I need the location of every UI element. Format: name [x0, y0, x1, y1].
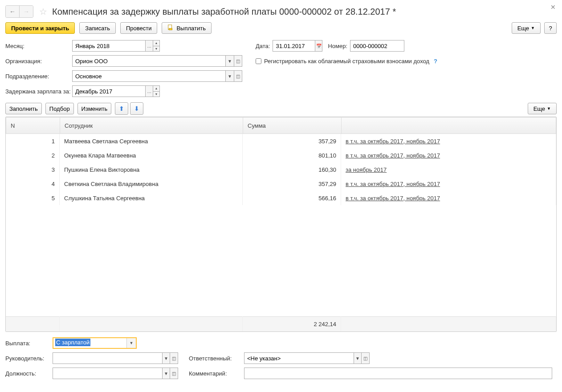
table-row[interactable]: 1Матвеева Светлана Сергеевна357,29в т.ч.… — [6, 134, 556, 148]
payout-label: Выплата: — [5, 340, 46, 347]
close-icon[interactable]: ✕ — [550, 4, 556, 11]
month-up-button[interactable]: ▲ — [153, 40, 159, 46]
favorite-star-icon[interactable]: ☆ — [38, 6, 49, 17]
move-up-button[interactable]: ⬆ — [115, 102, 128, 115]
period-link[interactable]: в т.ч. за октябрь 2017, ноябрь 2017 — [346, 138, 440, 145]
payout-button[interactable]: Выплатить — [162, 22, 212, 34]
cell-note: в т.ч. за октябрь 2017, ноябрь 2017 — [341, 134, 556, 148]
cell-employee: Окунева Клара Матвеевна — [60, 148, 243, 162]
delayed-up-button[interactable]: ▲ — [153, 86, 159, 91]
cell-n: 2 — [6, 148, 60, 162]
payout-select[interactable]: С зарплатой ▼ — [53, 337, 137, 349]
responsible-input-wrap: ▼ ◫ — [244, 352, 370, 364]
org-open-button[interactable]: ◫ — [234, 56, 242, 66]
col-header-n[interactable]: N — [6, 117, 60, 134]
cell-employee: Слушкина Татьяна Сергеевна — [60, 191, 243, 205]
fill-button[interactable]: Заполнить — [5, 103, 42, 114]
period-link[interactable]: в т.ч. за октябрь 2017, ноябрь 2017 — [346, 181, 440, 187]
comment-label: Комментарий: — [189, 370, 238, 377]
position-input-wrap: ▼ ◫ — [53, 368, 178, 379]
page-title: Компенсация за задержку выплаты заработн… — [52, 7, 396, 17]
col-header-employee[interactable]: Сотрудник — [60, 117, 243, 134]
responsible-open-button[interactable]: ◫ — [361, 353, 369, 364]
chevron-down-icon: ▼ — [531, 26, 535, 30]
payout-dropdown-button[interactable]: ▼ — [126, 338, 136, 348]
employees-table: N Сотрудник Сумма 1Матвеева Светлана Сер… — [5, 117, 557, 332]
help-icon[interactable]: ? — [434, 58, 437, 65]
post-and-close-button[interactable]: Провести и закрыть — [5, 22, 75, 34]
responsible-dropdown-button[interactable]: ▼ — [354, 353, 362, 364]
cell-employee: Матвеева Светлана Сергеевна — [60, 134, 243, 148]
dept-open-button[interactable]: ◫ — [234, 71, 242, 81]
col-header-sum[interactable]: Сумма — [243, 117, 342, 134]
comment-input[interactable] — [244, 368, 552, 379]
cell-note: за ноябрь 2017 — [341, 162, 556, 177]
cell-sum: 801,10 — [243, 148, 341, 162]
date-input-wrap: 📅 — [273, 40, 322, 52]
comment-input-wrap — [244, 368, 552, 379]
help-button[interactable]: ? — [544, 22, 557, 34]
period-link[interactable]: за ноябрь 2017 — [346, 166, 387, 173]
pick-button[interactable]: Подбор — [45, 103, 74, 114]
col-header-note[interactable] — [342, 117, 556, 134]
delayed-down-button[interactable]: ▼ — [153, 91, 159, 97]
forward-button[interactable]: → — [19, 6, 33, 17]
date-input[interactable] — [273, 40, 315, 51]
dept-input-wrap: ▼ ◫ — [72, 70, 242, 82]
total-sum: 2 242,14 — [243, 317, 341, 331]
delayed-ellipsis-button[interactable]: … — [145, 86, 153, 97]
save-button[interactable]: Записать — [79, 22, 116, 34]
more-button[interactable]: Еще ▼ — [512, 22, 541, 34]
position-dropdown-button[interactable]: ▼ — [162, 368, 170, 379]
position-label: Должность: — [5, 370, 46, 377]
edit-button[interactable]: Изменить — [77, 103, 112, 114]
cell-employee: Светкина Светлана Владимировна — [60, 177, 243, 191]
svg-rect-1 — [169, 28, 172, 30]
manager-input[interactable] — [53, 353, 162, 364]
position-open-button[interactable]: ◫ — [170, 368, 178, 379]
date-label: Дата: — [256, 43, 270, 49]
cell-n: 5 — [6, 191, 60, 205]
cell-n: 4 — [6, 177, 60, 191]
responsible-label: Ответственный: — [189, 355, 238, 362]
month-label: Месяц: — [5, 43, 72, 49]
table-more-button[interactable]: Еще ▼ — [528, 103, 557, 114]
manager-dropdown-button[interactable]: ▼ — [162, 353, 170, 364]
manager-label: Руководитель: — [5, 355, 46, 362]
payout-button-label: Выплатить — [176, 25, 206, 32]
delayed-label: Задержана зарплата за: — [5, 88, 72, 95]
dept-dropdown-button[interactable]: ▼ — [225, 71, 233, 81]
cell-sum: 357,29 — [243, 134, 341, 148]
number-label: Номер: — [328, 43, 347, 49]
org-input-wrap: ▼ ◫ — [72, 55, 242, 67]
table-row[interactable]: 4Светкина Светлана Владимировна357,29в т… — [6, 177, 556, 191]
manager-open-button[interactable]: ◫ — [170, 353, 178, 364]
back-button[interactable]: ← — [6, 6, 19, 17]
month-down-button[interactable]: ▼ — [153, 46, 159, 52]
position-input[interactable] — [53, 368, 162, 379]
post-button[interactable]: Провести — [120, 22, 158, 34]
month-ellipsis-button[interactable]: … — [145, 40, 153, 51]
responsible-input[interactable] — [244, 353, 354, 364]
period-link[interactable]: в т.ч. за октябрь 2017, ноябрь 2017 — [346, 195, 440, 202]
move-down-button[interactable]: ⬇ — [130, 102, 143, 115]
cell-note: в т.ч. за октябрь 2017, ноябрь 2017 — [341, 191, 556, 205]
number-input[interactable] — [350, 40, 404, 51]
delayed-input[interactable] — [73, 86, 145, 97]
table-row[interactable]: 2Окунева Клара Матвеевна801,10в т.ч. за … — [6, 148, 556, 162]
org-label: Организация: — [5, 58, 72, 65]
cell-sum: 160,30 — [243, 162, 341, 177]
period-link[interactable]: в т.ч. за октябрь 2017, ноябрь 2017 — [346, 152, 440, 159]
org-input[interactable] — [73, 56, 225, 66]
calendar-icon[interactable]: 📅 — [315, 40, 322, 51]
cell-n: 3 — [6, 162, 60, 177]
dept-input[interactable] — [73, 71, 225, 81]
taxable-checkbox[interactable] — [256, 58, 261, 64]
chevron-down-icon: ▼ — [547, 106, 551, 111]
table-row[interactable]: 3Пушкина Елена Викторовна160,30за ноябрь… — [6, 162, 556, 177]
cell-note: в т.ч. за октябрь 2017, ноябрь 2017 — [341, 177, 556, 191]
number-input-wrap — [350, 40, 404, 52]
month-input[interactable] — [73, 40, 145, 51]
org-dropdown-button[interactable]: ▼ — [225, 56, 233, 66]
table-row[interactable]: 5Слушкина Татьяна Сергеевна566,16в т.ч. … — [6, 191, 556, 205]
